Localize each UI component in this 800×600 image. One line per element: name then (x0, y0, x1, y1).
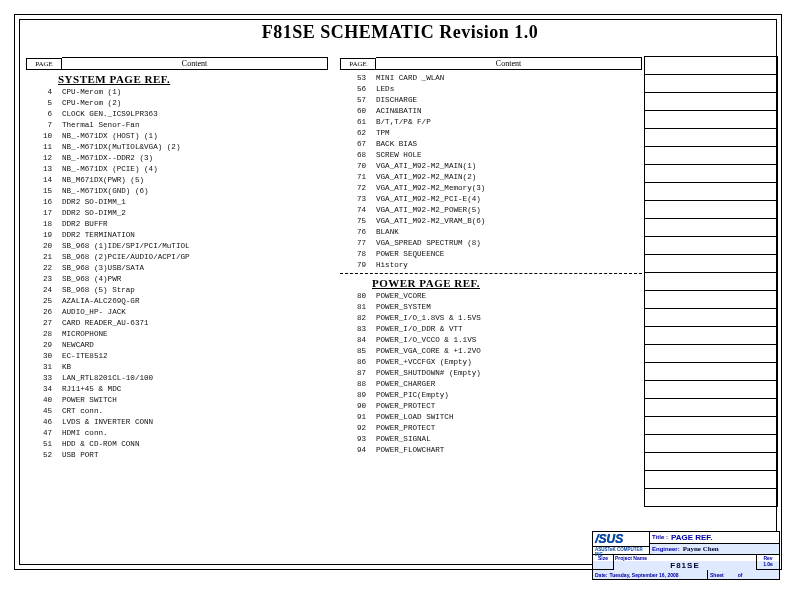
header-page: PAGE (340, 58, 376, 70)
blank-table-row (644, 327, 778, 345)
blank-table-row (644, 291, 778, 309)
index-row: 77VGA_SPREAD SPECTRUM (8) (340, 238, 642, 249)
index-page-number: 60 (340, 106, 376, 117)
section-system-page-ref: SYSTEM PAGE REF. (58, 73, 328, 85)
index-page-number: 57 (340, 95, 376, 106)
index-row: 17DDR2 SO-DIMM_2 (26, 208, 328, 219)
index-row: 47HDMI conn. (26, 428, 328, 439)
blank-table-row (644, 93, 778, 111)
index-row: 13NB_-M671DX (PCIE) (4) (26, 164, 328, 175)
index-entry-text: POWER_LOAD SWITCH (376, 412, 642, 423)
index-row: 83POWER_I/O_DDR & VTT (340, 324, 642, 335)
index-row: 87POWER_SHUTDOWN# (Empty) (340, 368, 642, 379)
index-row: 14NB_M671DX(PWR) (5) (26, 175, 328, 186)
index-row: 6CLOCK GEN._ICS9LPR363 (26, 109, 328, 120)
index-row: 79History (340, 260, 642, 271)
index-page-number: 24 (26, 285, 62, 296)
index-entry-text: HDMI conn. (62, 428, 328, 439)
column-header: PAGE Content (340, 56, 642, 70)
index-row: 21SB_968 (2)PCIE/AUDIO/ACPI/GP (26, 252, 328, 263)
blank-table-row (644, 237, 778, 255)
index-entry-text: NEWCARD (62, 340, 328, 351)
index-entry-text: LVDS & INVERTER CONN (62, 417, 328, 428)
index-page-number: 68 (340, 150, 376, 161)
index-entry-text: BACK BIAS (376, 139, 642, 150)
index-entry-text: POWER_CHARGER (376, 379, 642, 390)
index-page-number: 51 (26, 439, 62, 450)
index-row: 18DDR2 BUFFR (26, 219, 328, 230)
index-row: 53MINI CARD _WLAN (340, 73, 642, 84)
index-entry-text: POWER_I/O_1.8VS & 1.5VS (376, 313, 642, 324)
project-value: F81SE (670, 561, 699, 570)
index-row: 20SB_968 (1)IDE/SPI/PCI/MuTIOL (26, 241, 328, 252)
index-page-number: 19 (26, 230, 62, 241)
index-row: 67BACK BIAS (340, 139, 642, 150)
index-entry-text: POWER SEQUEENCE (376, 249, 642, 260)
index-page-number: 86 (340, 357, 376, 368)
blank-table-row (644, 471, 778, 489)
index-row: 57DISCHARGE (340, 95, 642, 106)
index-entry-text: AZALIA-ALC269Q-GR (62, 296, 328, 307)
index-row: 80POWER_VCORE (340, 291, 642, 302)
index-page-number: 71 (340, 172, 376, 183)
index-entry-text: AUDIO_HP- JACK (62, 307, 328, 318)
index-page-number: 4 (26, 87, 62, 98)
index-entry-text: POWER_I/O_DDR & VTT (376, 324, 642, 335)
blank-table-row (644, 255, 778, 273)
index-row: 28MICROPHONE (26, 329, 328, 340)
index-page-number: 73 (340, 194, 376, 205)
index-entry-text: MINI CARD _WLAN (376, 73, 642, 84)
index-page-number: 16 (26, 197, 62, 208)
index-page-number: 80 (340, 291, 376, 302)
index-row: 12NB_-M671DX--DDR2 (3) (26, 153, 328, 164)
index-page-number: 47 (26, 428, 62, 439)
index-page-number: 88 (340, 379, 376, 390)
index-page-number: 21 (26, 252, 62, 263)
index-row: 27CARD READER_AU-6371 (26, 318, 328, 329)
index-page-number: 28 (26, 329, 62, 340)
index-entry-text: NB_M671DX(PWR) (5) (62, 175, 328, 186)
index-area: PAGE Content SYSTEM PAGE REF. 4CPU-Merom… (26, 56, 642, 461)
index-entry-text: VGA_ATI_M92-M2_VRAM_B(6) (376, 216, 642, 227)
index-row: 82POWER_I/O_1.8VS & 1.5VS (340, 313, 642, 324)
index-row: 84POWER_I/O_VCCO & 1.1VS (340, 335, 642, 346)
index-entry-text: POWER_PIC(Empty) (376, 390, 642, 401)
index-row: 60ACIN&BATIN (340, 106, 642, 117)
index-entry-text: SCREW HOLE (376, 150, 642, 161)
index-row: 33LAN_RTL8201CL-10/100 (26, 373, 328, 384)
index-row: 78POWER SEQUEENCE (340, 249, 642, 260)
index-page-number: 85 (340, 346, 376, 357)
index-page-number: 23 (26, 274, 62, 285)
index-page-number: 33 (26, 373, 62, 384)
index-entry-text: POWER_VCORE (376, 291, 642, 302)
index-row: 81POWER_SYSTEM (340, 302, 642, 313)
index-page-number: 90 (340, 401, 376, 412)
index-page-number: 15 (26, 186, 62, 197)
index-entry-text: POWER_PROTECT (376, 423, 642, 434)
index-entry-text: VGA_ATI_M92-M2_Memory(3) (376, 183, 642, 194)
section-divider-dashed (340, 273, 642, 274)
index-entry-text: USB PORT (62, 450, 328, 461)
index-page-number: 53 (340, 73, 376, 84)
engineer-value: Payne Chen (683, 545, 719, 553)
blank-table-row (644, 435, 778, 453)
index-entry-text: VGA_SPREAD SPECTRUM (8) (376, 238, 642, 249)
index-entry-text: DDR2 TERMINATION (62, 230, 328, 241)
index-entry-text: POWER_SYSTEM (376, 302, 642, 313)
index-entry-text: POWER SWITCH (62, 395, 328, 406)
blank-table-row (644, 183, 778, 201)
index-row: 73VGA_ATI_M92-M2_PCI-E(4) (340, 194, 642, 205)
blank-table-row (644, 309, 778, 327)
index-page-number: 72 (340, 183, 376, 194)
index-page-number: 93 (340, 434, 376, 445)
index-row: 19DDR2 TERMINATION (26, 230, 328, 241)
title-label: Title : (652, 534, 668, 540)
blank-table-row (644, 165, 778, 183)
index-row: 70VGA_ATI_M92-M2_MAIN(1) (340, 161, 642, 172)
index-entry-text: POWER_I/O_VCCO & 1.1VS (376, 335, 642, 346)
index-page-number: 81 (340, 302, 376, 313)
index-row: 76BLANK (340, 227, 642, 238)
sheet-label: Sheet (710, 572, 724, 578)
index-entry-text: POWER_SHUTDOWN# (Empty) (376, 368, 642, 379)
index-row: 16DDR2 SO-DIMM_1 (26, 197, 328, 208)
